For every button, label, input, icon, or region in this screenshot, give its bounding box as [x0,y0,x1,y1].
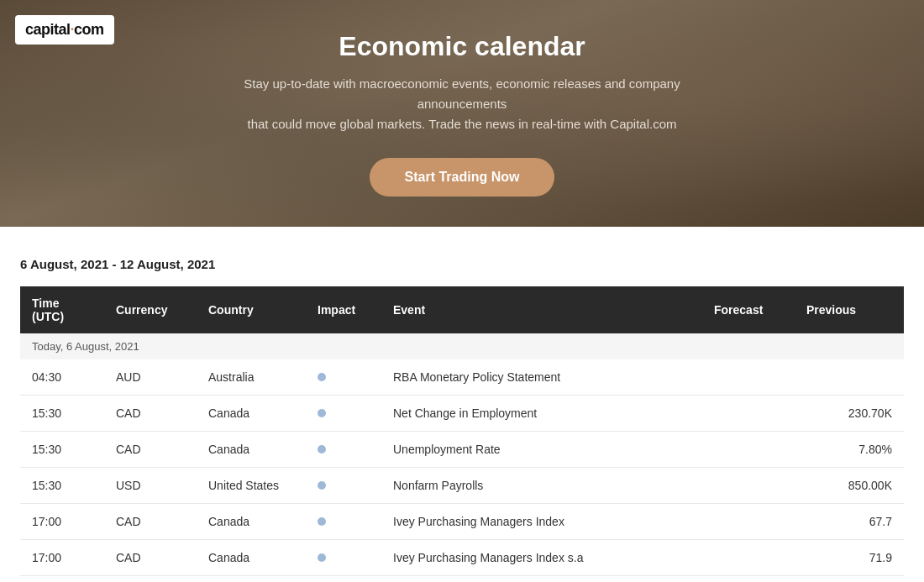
impact-dot-icon [318,445,326,454]
cell-impact [306,432,381,468]
cell-time: 17:00 [20,540,104,576]
hero-content: Economic calendar Stay up-to-date with m… [185,31,739,197]
table-header-row: Time (UTC) Currency Country Impact Event… [20,286,904,333]
header-previous: Previous [795,286,904,333]
cell-impact [306,540,381,576]
table-row: 15:30 USD United States Nonfarm Payrolls… [20,468,904,504]
cell-country: United States [197,468,306,504]
hero-subtitle: Stay up-to-date with macroeconomic event… [202,74,722,134]
cell-country: Canada [197,504,306,540]
hero-section: capital·com Economic calendar Stay up-to… [0,0,924,227]
hero-title: Economic calendar [202,31,722,62]
cell-time: 15:30 [20,396,104,432]
cell-country: Canada [197,432,306,468]
date-range: 6 August, 2021 - 12 August, 2021 [20,257,904,271]
header-impact: Impact [306,286,381,333]
cell-time: 15:30 [20,432,104,468]
cell-previous: 850.00K [795,468,904,504]
cell-previous: 230.70K [795,396,904,432]
cell-event: Ivey Purchasing Managers Index [381,504,702,540]
header-country: Country [197,286,306,333]
cell-time: 17:00 [20,504,104,540]
economic-calendar-table: Time (UTC) Currency Country Impact Event… [20,286,904,576]
table-row: 17:00 CAD Canada Ivey Purchasing Manager… [20,504,904,540]
cell-forecast [702,396,795,432]
cell-country: Australia [197,359,306,396]
cell-previous [795,359,904,396]
cell-forecast [702,432,795,468]
cell-currency: CAD [104,504,197,540]
cell-event: RBA Monetary Policy Statement [381,359,702,396]
section-label: Today, 6 August, 2021 [20,333,904,359]
impact-dot-icon [318,517,326,526]
cell-event: Unemployment Rate [381,432,702,468]
cell-event: Net Change in Employment [381,396,702,432]
impact-dot-icon [318,373,326,381]
cell-country: Canada [197,540,306,576]
cell-event: Ivey Purchasing Managers Index s.a [381,540,702,576]
cell-currency: CAD [104,432,197,468]
cell-forecast [702,540,795,576]
start-trading-button[interactable]: Start Trading Now [370,158,555,197]
cell-impact [306,359,381,396]
logo-text: capital·com [25,21,104,38]
impact-dot-icon [318,481,326,490]
cell-currency: USD [104,468,197,504]
cell-event: Nonfarm Payrolls [381,468,702,504]
cell-country: Canada [197,396,306,432]
cell-impact [306,504,381,540]
header-event: Event [381,286,702,333]
main-content: 6 August, 2021 - 12 August, 2021 Time (U… [0,227,924,582]
table-row: 17:00 CAD Canada Ivey Purchasing Manager… [20,540,904,576]
cell-currency: CAD [104,396,197,432]
header-forecast: Forecast [702,286,795,333]
cell-impact [306,468,381,504]
table-section-header: Today, 6 August, 2021 [20,333,904,359]
cell-previous: 7.80% [795,432,904,468]
cell-impact [306,396,381,432]
cell-time: 15:30 [20,468,104,504]
header-time: Time (UTC) [20,286,104,333]
cell-forecast [702,504,795,540]
cell-forecast [702,468,795,504]
table-row: 04:30 AUD Australia RBA Monetary Policy … [20,359,904,396]
cell-forecast [702,359,795,396]
table-row: 15:30 CAD Canada Unemployment Rate 7.80% [20,432,904,468]
cell-previous: 71.9 [795,540,904,576]
cell-time: 04:30 [20,359,104,396]
header-currency: Currency [104,286,197,333]
impact-dot-icon [318,409,326,417]
cell-previous: 67.7 [795,504,904,540]
logo[interactable]: capital·com [15,15,114,45]
impact-dot-icon [318,553,326,562]
table-row: 15:30 CAD Canada Net Change in Employmen… [20,396,904,432]
cell-currency: CAD [104,540,197,576]
cell-currency: AUD [104,359,197,396]
